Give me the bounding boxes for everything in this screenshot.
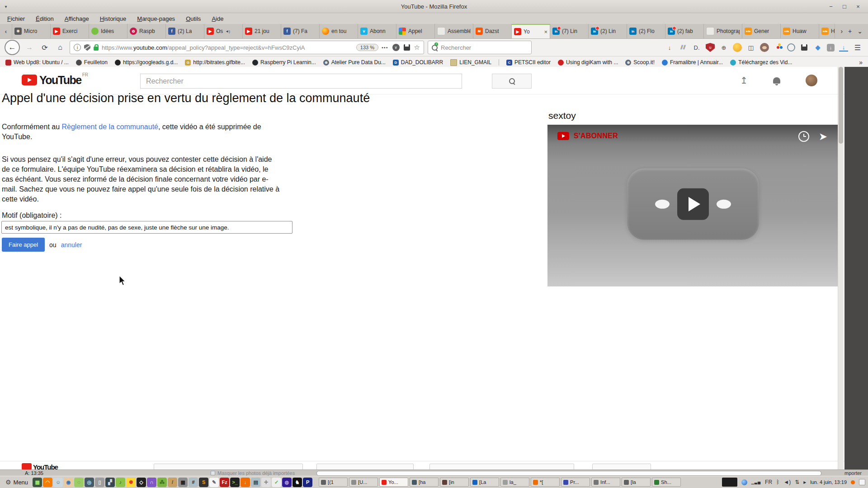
minimize-button[interactable]: −: [827, 3, 835, 10]
containers-balls-icon[interactable]: [774, 43, 783, 52]
download-manager-icon[interactable]: ↓: [839, 43, 848, 52]
hamburger-menu-icon[interactable]: ☰: [852, 42, 863, 53]
footer-select[interactable]: [429, 464, 574, 470]
disconnect-icon[interactable]: D.: [692, 43, 701, 52]
terminal-icon[interactable]: >_: [230, 478, 240, 487]
notification-dot-icon[interactable]: [851, 480, 855, 484]
taskbar-window-button[interactable]: *[: [531, 478, 560, 487]
browser-tab[interactable]: ▶Yo×: [512, 24, 550, 38]
watch-later-icon[interactable]: [798, 131, 809, 142]
volume-icon[interactable]: ◄): [783, 479, 791, 485]
menu-item-marquepages[interactable]: Marque-pages: [137, 15, 175, 22]
tray-globe-icon[interactable]: [741, 479, 747, 485]
photo-pinwheel-icon[interactable]: ✺: [126, 478, 136, 487]
url-bar[interactable]: i https://www.youtube.com/appeal_policy?…: [70, 41, 424, 54]
big-play-button[interactable]: [677, 188, 709, 220]
cancel-link[interactable]: annuler: [61, 241, 82, 249]
reload-button[interactable]: ⟳: [39, 42, 51, 53]
taskbar-window-button[interactable]: Inf...: [591, 478, 620, 487]
browser-tab[interactable]: in(2) fab: [665, 24, 704, 38]
page-scrollbar[interactable]: [838, 67, 844, 470]
frama-diamond-icon[interactable]: ◆: [813, 43, 822, 52]
spiral-app-icon[interactable]: ◌: [74, 478, 84, 487]
browser-tab[interactable]: ≋Dazst: [473, 24, 512, 38]
share-icon[interactable]: ➤: [819, 131, 827, 142]
keyboard-layout-indicator[interactable]: FR: [765, 479, 772, 485]
film-editor-icon[interactable]: ▞: [105, 478, 115, 487]
scrollbar-thumb[interactable]: [839, 67, 843, 144]
bookmark-item[interactable]: LIEN_GMAIL: [450, 59, 491, 66]
browser-tab[interactable]: Appel: [396, 24, 435, 38]
browser-tab[interactable]: xdaHuaw: [819, 24, 835, 38]
save-page-icon[interactable]: [800, 43, 809, 52]
browser-tab[interactable]: Idées: [89, 24, 127, 38]
bookmark-item[interactable]: Raspberry Pi Learnin...: [252, 59, 316, 66]
tray-extra-icon[interactable]: [859, 479, 865, 485]
monkey-icon[interactable]: [760, 43, 769, 52]
tab-close-icon[interactable]: ×: [544, 28, 547, 35]
aperture-icon[interactable]: ◍: [282, 478, 292, 487]
bookmarks-overflow-chevron[interactable]: »: [859, 59, 863, 66]
browser-tab[interactable]: f(7) Fa: [281, 24, 320, 38]
music-app-icon[interactable]: ♪: [116, 478, 125, 487]
maximize-button[interactable]: □: [841, 3, 848, 10]
network-icon[interactable]: ⇅: [795, 479, 799, 485]
unity3d-icon[interactable]: ◇: [137, 478, 146, 487]
forward-button[interactable]: →: [24, 42, 35, 53]
checkbox-icon[interactable]: [211, 471, 215, 475]
taskbar-window-button[interactable]: Pr...: [561, 478, 590, 487]
browser-tab[interactable]: ▶Os◄): [204, 24, 243, 38]
bookmark-item[interactable]: Using digiKam with ...: [558, 59, 618, 66]
ublock-icon[interactable]: u8: [706, 43, 715, 52]
screwdriver-icon[interactable]: /: [168, 478, 177, 487]
upload-icon[interactable]: ↥: [740, 75, 748, 86]
bookmark-item[interactable]: Framalibre | Annuair...: [662, 59, 723, 66]
community-guidelines-link[interactable]: Règlement de la communauté: [62, 123, 158, 131]
bookmark-item[interactable]: Téléchargez des Vid...: [730, 59, 792, 66]
browser-tab[interactable]: Assemblé: [435, 24, 473, 38]
crosshair-icon[interactable]: ⊕: [719, 43, 728, 52]
save-icon[interactable]: [404, 44, 410, 51]
bookmark-item[interactable]: CPETSCII editor: [506, 59, 551, 66]
youtube-logo[interactable]: YouTube FR: [22, 72, 88, 88]
bookmark-item[interactable]: DDAD_DOLIBARR: [393, 59, 443, 66]
browser-tab[interactable]: Photograp: [704, 24, 742, 38]
horse-app-icon[interactable]: ♞: [292, 478, 302, 487]
library-icon[interactable]: ⫽⫽: [679, 43, 688, 52]
taskbar-window-button[interactable]: [U...: [349, 478, 378, 487]
browser-tab[interactable]: in(2) Flo: [627, 24, 665, 38]
bookmark-item[interactable]: ⊕Scoop.it!: [625, 59, 655, 66]
import-hide-checkbox[interactable]: Masquer les photos déjà importées: [211, 470, 295, 476]
video-player[interactable]: S'ABONNER ➤: [547, 125, 839, 286]
footer-select[interactable]: [154, 464, 303, 470]
taskbar-window-button[interactable]: la_: [500, 478, 529, 487]
appeal-submit-button[interactable]: Faire appel: [2, 238, 45, 252]
footer-select[interactable]: [316, 464, 414, 470]
bookmark-star-icon[interactable]: ☆: [414, 43, 420, 52]
audio-face-icon[interactable]: ☺: [53, 478, 63, 487]
notes-icon[interactable]: ✎: [209, 478, 219, 487]
footer-select[interactable]: [592, 464, 651, 470]
sphere-cross-icon[interactable]: ✛: [261, 478, 271, 487]
taskbar-window-button[interactable]: [La: [470, 478, 499, 487]
subscribe-row[interactable]: S'ABONNER: [557, 132, 618, 140]
back-button[interactable]: ←: [5, 40, 20, 55]
browser-tab[interactable]: in(7) Lin: [550, 24, 589, 38]
page-actions-icon[interactable]: •••: [382, 45, 388, 50]
avatar[interactable]: [806, 75, 817, 86]
browser-tab[interactable]: in(2) Lin: [589, 24, 627, 38]
browser-tab[interactable]: en tou: [320, 24, 358, 38]
grapes-app-icon[interactable]: ⁂: [157, 478, 167, 487]
browser-tab[interactable]: f(2) La: [166, 24, 204, 38]
page-info-icon[interactable]: i: [74, 44, 81, 51]
tray-app-icon[interactable]: [722, 478, 737, 487]
browser-tab[interactable]: ✿Raspb: [127, 24, 166, 38]
downloads-icon[interactable]: ↓: [665, 43, 674, 52]
taskbar-window-button[interactable]: [(1: [319, 478, 348, 487]
zoom-level-badge[interactable]: 133 %: [356, 44, 378, 51]
camera-orb-icon[interactable]: ◎: [85, 478, 94, 487]
menu-item-fichier[interactable]: Fichier: [7, 15, 25, 22]
firefox-search-field[interactable]: Rechercher: [428, 41, 532, 54]
taskbar-window-button[interactable]: [ha: [410, 478, 439, 487]
synth-keys-icon[interactable]: ▦: [178, 478, 188, 487]
